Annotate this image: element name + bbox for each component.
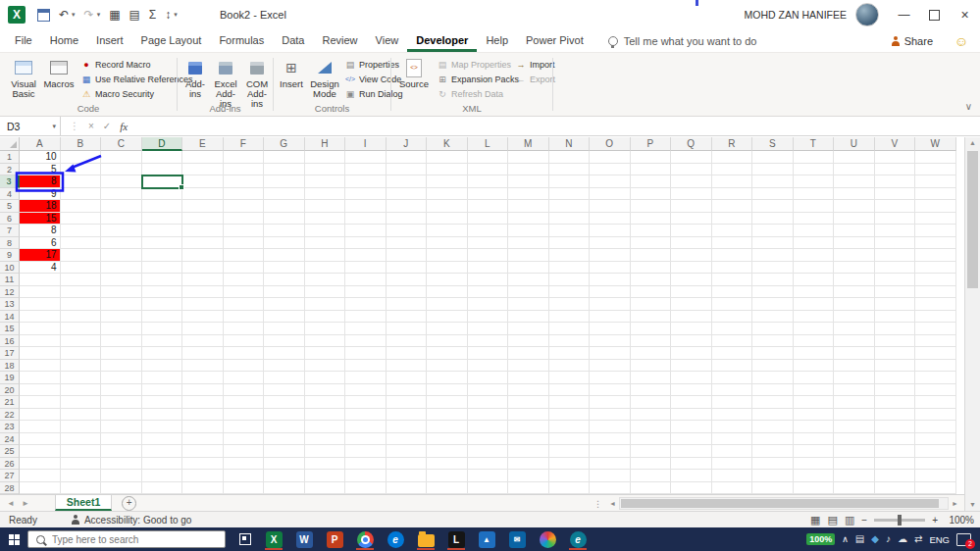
cell-G16[interactable] [264,335,305,348]
cell-C2[interactable] [101,164,142,176]
cell-E28[interactable] [182,482,224,495]
cell-F11[interactable] [224,274,265,286]
cell-K5[interactable] [427,200,468,213]
cell-I18[interactable] [345,360,387,373]
cell-F16[interactable] [224,335,265,348]
splitter-dots-icon[interactable]: ⋮ [593,499,602,509]
cell-H1[interactable] [305,151,346,164]
visual-basic-button[interactable]: Visual Basic [6,56,41,99]
cell-F5[interactable] [224,200,265,213]
cell-U18[interactable] [834,360,875,373]
cell-W19[interactable] [915,372,956,384]
cell-P17[interactable] [631,347,672,360]
cell-E19[interactable] [182,372,224,384]
cell-B13[interactable] [61,298,102,311]
network-icon[interactable]: ⇄ [914,534,922,544]
cell-P26[interactable] [631,458,672,471]
cell-O18[interactable] [590,360,631,373]
cell-C11[interactable] [101,274,142,286]
row-header-13[interactable]: 13 [0,298,20,311]
cell-Q12[interactable] [671,286,712,299]
row-header-24[interactable]: 24 [0,433,20,446]
row-header-14[interactable]: 14 [0,311,20,324]
cell-L3[interactable] [468,175,509,188]
excel-add-ins-button[interactable]: Excel Add-ins [210,56,241,109]
redo-icon[interactable]: ↷ [84,9,94,21]
chrome-app-icon[interactable] [354,527,376,551]
cell-J11[interactable] [387,274,428,286]
cell-J23[interactable] [387,421,428,433]
cell-C28[interactable] [101,482,142,495]
cell-K21[interactable] [427,396,468,409]
row-header-17[interactable]: 17 [0,347,20,360]
cell-I23[interactable] [345,421,387,433]
zoom-in-button[interactable]: + [932,515,938,526]
row-header-5[interactable]: 5 [0,200,20,213]
cell-R26[interactable] [712,458,753,471]
start-button[interactable] [0,534,27,545]
tell-me-box[interactable]: Tell me what you want to do [608,35,757,47]
cell-C14[interactable] [101,311,142,324]
cell-W8[interactable] [915,237,956,250]
column-header-R[interactable]: R [712,137,753,151]
cell-B5[interactable] [61,200,102,213]
cell-N20[interactable] [549,384,591,397]
sheet-nav-right-icon[interactable]: ► [22,499,29,508]
cell-M20[interactable] [508,384,549,397]
cell-Q11[interactable] [671,274,712,286]
cell-T11[interactable] [794,274,835,286]
column-header-V[interactable]: V [875,137,916,151]
cell-M11[interactable] [508,274,549,286]
cell-C1[interactable] [101,151,142,164]
cell-G13[interactable] [264,298,305,311]
cell-R6[interactable] [712,213,753,225]
cell-U3[interactable] [834,175,875,188]
cell-T13[interactable] [794,298,835,311]
add-ins-button[interactable]: Add-ins [181,56,210,109]
cell-D28[interactable] [142,482,183,495]
customize-qat-icon[interactable]: ▾ [174,11,178,19]
column-header-F[interactable]: F [224,137,265,151]
tab-formulas[interactable]: Formulas [210,29,273,52]
cell-V23[interactable] [875,421,916,433]
cell-G22[interactable] [264,409,305,422]
cell-J3[interactable] [387,175,428,188]
cell-F21[interactable] [224,396,265,409]
cell-A8[interactable]: 6 [20,237,61,250]
cancel-icon[interactable]: × [88,121,94,131]
cell-K18[interactable] [427,360,468,373]
vertical-scrollbar[interactable]: ▲ ▼ [964,137,980,511]
cell-Q2[interactable] [671,164,712,176]
cell-R13[interactable] [712,298,753,311]
cell-R9[interactable] [712,249,753,262]
cell-J4[interactable] [387,188,428,201]
cell-V8[interactable] [875,237,916,250]
cell-U11[interactable] [834,274,875,286]
cell-G11[interactable] [264,274,305,286]
cell-P3[interactable] [631,175,672,188]
cell-O13[interactable] [590,298,631,311]
cell-K28[interactable] [427,482,468,495]
cell-H2[interactable] [305,164,346,176]
cell-W26[interactable] [915,458,956,471]
cell-H12[interactable] [305,286,346,299]
sheet-nav-left-icon[interactable]: ◄ [7,499,15,508]
cell-E17[interactable] [182,347,224,360]
cell-C7[interactable] [101,225,142,237]
cell-U4[interactable] [834,188,875,201]
cell-T26[interactable] [794,458,835,471]
cell-S20[interactable] [752,384,794,397]
cell-E9[interactable] [182,249,224,262]
cell-D9[interactable] [142,249,183,262]
cell-C8[interactable] [101,237,142,250]
cell-J7[interactable] [387,225,428,237]
cell-M9[interactable] [508,249,549,262]
cell-J18[interactable] [387,360,428,373]
cell-U23[interactable] [834,421,875,433]
cell-C21[interactable] [101,396,142,409]
tab-view[interactable]: View [367,29,408,52]
enter-icon[interactable]: ✓ [103,121,111,131]
cell-M24[interactable] [508,433,549,446]
cell-U15[interactable] [834,323,875,335]
cell-A9[interactable]: 17 [20,249,61,262]
